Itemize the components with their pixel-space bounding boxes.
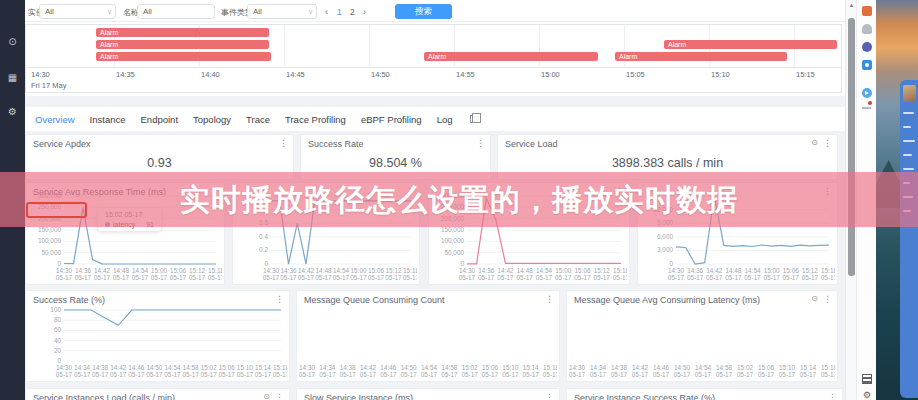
timeline-tick-label: 15:05	[626, 70, 645, 79]
page-prev-button[interactable]: ‹	[325, 7, 328, 17]
page-2-button[interactable]: 2	[350, 7, 355, 17]
alarm-timeline: 14:3014:3514:4014:4514:5014:5515:0015:05…	[25, 24, 842, 93]
screen: ⊙ ▦ ⚙ 实例 All∨ 名称 All 事件类型 All∨ ‹ 1 2 › 搜…	[0, 0, 918, 400]
svg-text:14:54: 14:54	[421, 364, 437, 371]
camera-icon[interactable]	[862, 60, 872, 70]
toolbox-icon[interactable]	[862, 6, 872, 16]
telegram-icon[interactable]	[862, 88, 872, 98]
alarm-bar[interactable]: Alarm	[615, 52, 787, 61]
svg-text:05-17: 05-17	[132, 274, 149, 281]
svg-text:05-17: 05-17	[478, 274, 495, 281]
recorder-icon[interactable]	[862, 100, 872, 110]
page-1-button[interactable]: 1	[337, 7, 342, 17]
timeline-axis-line	[26, 67, 841, 68]
svg-text:15:00: 15:00	[764, 267, 780, 274]
svg-text:0.4: 0.4	[259, 233, 268, 240]
tab-topology[interactable]: Topology	[193, 114, 231, 125]
event-type-select[interactable]: All∨	[247, 4, 317, 19]
panel-slow-instance: Slow Service Instance (ms) ⋮	[296, 388, 560, 400]
tab-instance[interactable]: Instance	[90, 114, 126, 125]
alarm-bar[interactable]: Alarm	[664, 40, 837, 49]
svg-text:14:58: 14:58	[183, 364, 199, 371]
card-thumbnail	[903, 85, 916, 102]
instance-select[interactable]: All∨	[39, 4, 116, 19]
svg-text:05-17: 05-17	[613, 274, 627, 281]
svg-text:05-17: 05-17	[461, 371, 478, 378]
svg-text:14:58: 14:58	[716, 364, 732, 371]
svg-text:40: 40	[54, 337, 62, 344]
tab-overview[interactable]: Overview	[35, 114, 75, 125]
timeline-gridline	[284, 25, 285, 67]
gear-icon[interactable]: ⚙	[0, 106, 25, 117]
svg-text:150,000: 150,000	[38, 226, 62, 233]
card-text-line	[903, 140, 915, 142]
svg-text:05-17: 05-17	[56, 274, 73, 281]
svg-text:14:30: 14:30	[56, 267, 72, 274]
svg-text:14:42: 14:42	[298, 267, 314, 274]
apps-grid-icon[interactable]: ▦	[0, 72, 25, 83]
svg-text:05-17: 05-17	[385, 274, 402, 281]
svg-text:05-17: 05-17	[360, 371, 377, 378]
tab-ebpf-profiling[interactable]: eBPF Profiling	[361, 114, 422, 125]
svg-text:15:18: 15:18	[821, 267, 835, 274]
kebab-menu-icon[interactable]: ⋮	[279, 138, 288, 148]
search-button[interactable]: 搜索	[395, 4, 452, 19]
svg-text:05-17: 05-17	[536, 274, 553, 281]
kebab-menu-icon[interactable]: ⋮	[476, 138, 485, 148]
clock-icon[interactable]: ⊙	[811, 294, 818, 304]
tab-endpoint[interactable]: Endpoint	[141, 114, 179, 125]
tab-trace[interactable]: Trace	[246, 114, 270, 125]
svg-text:05-17: 05-17	[380, 371, 397, 378]
kebab-menu-icon[interactable]: ⋮	[828, 392, 837, 400]
svg-text:05-17: 05-17	[590, 371, 607, 378]
svg-text:05-17: 05-17	[74, 371, 91, 378]
copy-icon[interactable]	[470, 115, 477, 123]
svg-text:05-17: 05-17	[763, 274, 780, 281]
svg-text:14:42: 14:42	[94, 267, 110, 274]
tab-log[interactable]: Log	[437, 114, 453, 125]
panel-title: Service Load	[505, 139, 558, 149]
contacts-icon[interactable]	[862, 24, 872, 34]
timeline-tick-label: 15:00	[541, 70, 560, 79]
timeline-tick-label: 14:55	[456, 70, 475, 79]
kebab-menu-icon[interactable]: ⋮	[823, 294, 832, 304]
alarm-bar[interactable]: Alarm	[96, 40, 269, 49]
kebab-menu-icon[interactable]: ⋮	[275, 392, 284, 400]
scrollbar-thumb[interactable]	[848, 18, 855, 276]
clock-icon[interactable]: ⊙	[811, 138, 818, 148]
svg-text:15:06: 15:06	[575, 267, 591, 274]
svg-text:05-17: 05-17	[802, 274, 819, 281]
page-next-button[interactable]: ›	[363, 7, 366, 17]
overlay-banner: 实时播放路径怎么设置的，播放实时数据	[0, 172, 918, 227]
timeline-tick-label: 15:15	[796, 70, 815, 79]
svg-text:14:48: 14:48	[316, 267, 332, 274]
alarm-bar[interactable]: Alarm	[96, 28, 269, 37]
chevron-down-icon: ∨	[308, 5, 313, 18]
alarm-bar[interactable]: Alarm	[424, 52, 598, 61]
svg-text:05-17: 05-17	[263, 274, 280, 281]
qr-scan-icon[interactable]	[862, 374, 872, 384]
kebab-menu-icon[interactable]: ⋮	[545, 392, 554, 400]
tab-trace-profiling[interactable]: Trace Profiling	[285, 114, 346, 125]
svg-text:05-17: 05-17	[403, 274, 417, 281]
svg-text:14:54: 14:54	[165, 364, 181, 371]
assistant-icon[interactable]	[862, 42, 872, 52]
filter-toolbar: 实例 All∨ 名称 All 事件类型 All∨ ‹ 1 2 › 搜索	[25, 0, 845, 22]
alarm-bar[interactable]: Alarm	[96, 52, 271, 61]
info-icon[interactable]: ⊙	[0, 36, 25, 47]
svg-text:14:54: 14:54	[536, 267, 552, 274]
clock-icon[interactable]: ⊙	[263, 392, 270, 400]
name-input[interactable]: All	[137, 4, 215, 19]
settings-icon[interactable]: ⚙	[862, 390, 872, 400]
side-popup-card[interactable]	[900, 80, 918, 398]
svg-text:05-17: 05-17	[668, 274, 685, 281]
kebab-menu-icon[interactable]: ⋮	[545, 294, 554, 304]
kebab-menu-icon[interactable]: ⋮	[823, 138, 832, 148]
kebab-menu-icon[interactable]: ⋮	[275, 294, 284, 304]
svg-text:14:54: 14:54	[132, 267, 148, 274]
svg-text:15:10: 15:10	[779, 364, 795, 371]
svg-text:05-17: 05-17	[522, 371, 539, 378]
svg-text:100,000: 100,000	[38, 237, 62, 244]
svg-text:14:34: 14:34	[74, 364, 90, 371]
svg-text:15:02: 15:02	[201, 364, 217, 371]
